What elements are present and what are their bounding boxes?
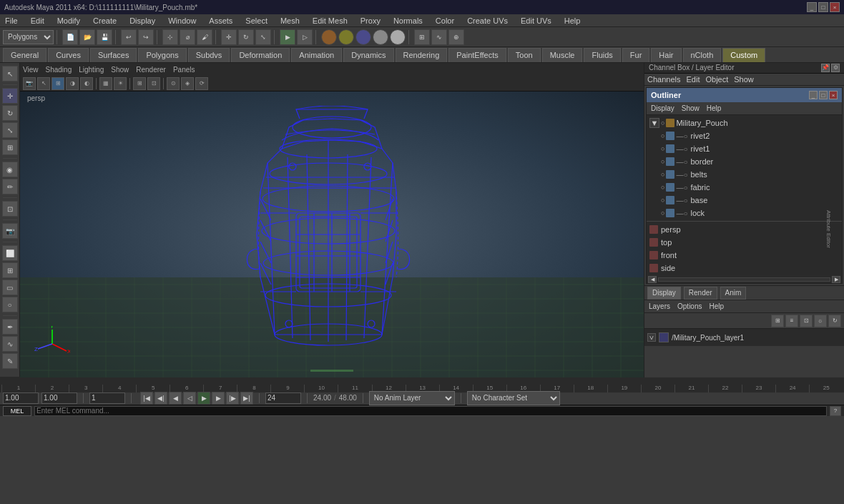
outliner-item-fabric[interactable]: ○ —○ fabric [647, 181, 842, 194]
tab-deformation[interactable]: Deformation [231, 48, 290, 62]
outliner-item-belts[interactable]: ○ —○ belts [647, 168, 842, 181]
layer-tab-render[interactable]: Render [684, 287, 717, 300]
tab-general[interactable]: General [3, 48, 46, 62]
tab-painteffects[interactable]: PaintEffects [448, 48, 506, 62]
pencil-btn[interactable]: ✎ [2, 353, 18, 369]
menu-create[interactable]: Create [91, 16, 119, 25]
layer-visibility[interactable]: V [647, 333, 656, 342]
outliner-menu-show[interactable]: Show [682, 104, 700, 112]
anim-next-key[interactable]: ▶ [212, 392, 225, 405]
layer-menu-help[interactable]: Help [709, 302, 724, 310]
tab-curves[interactable]: Curves [48, 48, 89, 62]
vp-select-icon[interactable]: ↖ [37, 77, 50, 90]
menu-assets[interactable]: Assets [207, 16, 235, 25]
tab-surfaces[interactable]: Surfaces [90, 48, 137, 62]
outliner-scrollbar[interactable]: ◀ ▶ [647, 276, 842, 283]
character-dropdown[interactable]: No Character Set [467, 391, 560, 405]
outliner-list[interactable]: ▼ ○ Military_Pouch ○ —○ rivet2 ○ —○ [647, 115, 842, 276]
scale-tool-btn[interactable]: ⤡ [2, 122, 18, 138]
anim-play-back[interactable]: ◁ [183, 392, 196, 405]
close-button[interactable]: × [830, 2, 840, 12]
tab-animation[interactable]: Animation [291, 48, 342, 62]
channel-box-pin[interactable]: 📌 [821, 64, 830, 72]
outliner-item-border[interactable]: ○ —○ border [647, 155, 842, 168]
move-tool-btn[interactable]: ✛ [2, 88, 18, 104]
channel-tab-show[interactable]: Show [734, 75, 754, 84]
command-mode-indicator[interactable]: MEL [3, 406, 31, 416]
channel-tab-channels[interactable]: Channels [647, 75, 680, 84]
outliner-item-base[interactable]: ○ —○ base [647, 194, 842, 207]
vp-menu-panels[interactable]: Panels [173, 66, 195, 74]
maximize-button[interactable]: □ [818, 2, 828, 12]
layer-tab-anim[interactable]: Anim [720, 287, 747, 300]
menu-modify[interactable]: Modify [55, 16, 82, 25]
anim-layer-dropdown[interactable]: No Anim Layer [369, 391, 455, 405]
snap-grid-btn[interactable]: ⊞ [414, 29, 430, 45]
tab-rendering[interactable]: Rendering [396, 48, 448, 62]
scale-btn[interactable]: ⤡ [255, 29, 271, 45]
time-ruler[interactable]: 1 2 3 4 5 6 7 8 9 10 11 12 13 14 15 16 1… [0, 377, 844, 392]
frame-output-field[interactable] [265, 392, 301, 404]
paint-btn[interactable]: 🖌 [197, 29, 212, 45]
layer-icon-3[interactable]: ⊡ [800, 315, 813, 327]
sphere2-btn[interactable] [338, 29, 354, 45]
tab-muscle[interactable]: Muscle [542, 48, 583, 62]
new-scene-btn[interactable]: 📄 [62, 29, 78, 45]
outliner-item-top[interactable]: top [647, 236, 842, 249]
channel-box-settings[interactable]: ⚙ [831, 64, 840, 72]
outliner-menu-help[interactable]: Help [707, 104, 722, 112]
vp-flat-icon[interactable]: ◐ [80, 77, 93, 90]
layer-icon-5[interactable]: ↻ [828, 315, 841, 327]
curve-pen-btn[interactable]: ✒ [2, 319, 18, 335]
vp-menu-shading[interactable]: Shading [46, 66, 72, 74]
menu-mesh[interactable]: Mesh [278, 16, 302, 25]
3d-viewport[interactable]: persp [20, 92, 644, 377]
menu-color[interactable]: Color [433, 16, 456, 25]
scroll-right-arrow[interactable]: ▶ [832, 276, 840, 283]
sphere4-btn[interactable] [373, 29, 388, 45]
select-tool-btn[interactable]: ↖ [2, 66, 18, 81]
soft-select-btn[interactable]: ◉ [2, 162, 18, 177]
layer-menu-options[interactable]: Options [677, 302, 702, 310]
outliner-menu-display[interactable]: Display [651, 104, 674, 112]
menu-proxy[interactable]: Proxy [358, 16, 383, 25]
vp-grid-icon[interactable]: ⊞ [133, 77, 146, 90]
select-btn[interactable]: ⊹ [162, 29, 178, 45]
show-manip-btn[interactable]: ⊡ [2, 201, 18, 217]
vp-wire-icon[interactable]: ⊞ [51, 77, 64, 90]
outliner-maximize[interactable]: □ [819, 91, 828, 99]
rotate-btn[interactable]: ↻ [238, 29, 254, 45]
vp-xray-icon[interactable]: ⊙ [167, 77, 180, 90]
outliner-minimize[interactable]: _ [809, 91, 818, 99]
anim-prev-key[interactable]: ◀ [169, 392, 182, 405]
frame-start-field[interactable] [41, 392, 77, 404]
anim-go-start[interactable]: |◀ [140, 392, 153, 405]
tab-polygons[interactable]: Polygons [138, 48, 186, 62]
outliner-item-front[interactable]: front [647, 249, 842, 262]
command-input[interactable] [34, 406, 827, 416]
outliner-item-lock[interactable]: ○ —○ lock [647, 207, 842, 219]
tab-fur[interactable]: Fur [622, 48, 650, 62]
camera-btn[interactable]: 📷 [2, 223, 18, 239]
lattice-btn[interactable]: ⊞ [2, 262, 18, 278]
layer-tab-display[interactable]: Display [647, 287, 681, 300]
attribute-editor-side-tab[interactable]: Attribute Editor [825, 210, 832, 248]
undo-btn[interactable]: ↩ [121, 29, 137, 45]
channel-tab-edit[interactable]: Edit [686, 75, 700, 84]
anim-play-fwd[interactable]: ▶ [197, 392, 210, 405]
outliner-item-rivet1[interactable]: ○ —○ rivet1 [647, 142, 842, 155]
minimize-button[interactable]: _ [807, 2, 817, 12]
rotate-tool-btn[interactable]: ↻ [2, 105, 18, 121]
tab-ncloth[interactable]: nCloth [683, 48, 722, 62]
help-icon[interactable]: ? [830, 406, 841, 416]
snap-curve-btn[interactable]: ∿ [431, 29, 447, 45]
ep-curve-btn[interactable]: ∿ [2, 336, 18, 352]
move-btn[interactable]: ✛ [221, 29, 237, 45]
outliner-item-rivet2[interactable]: ○ —○ rivet2 [647, 129, 842, 142]
tab-subdvs[interactable]: Subdvs [188, 48, 230, 62]
tab-hair[interactable]: Hair [651, 48, 681, 62]
snap-point-btn[interactable]: ⊕ [448, 29, 464, 45]
vp-light-icon[interactable]: ☀ [114, 77, 127, 90]
current-frame-field[interactable] [3, 392, 39, 404]
menu-edit-mesh[interactable]: Edit Mesh [310, 16, 350, 25]
